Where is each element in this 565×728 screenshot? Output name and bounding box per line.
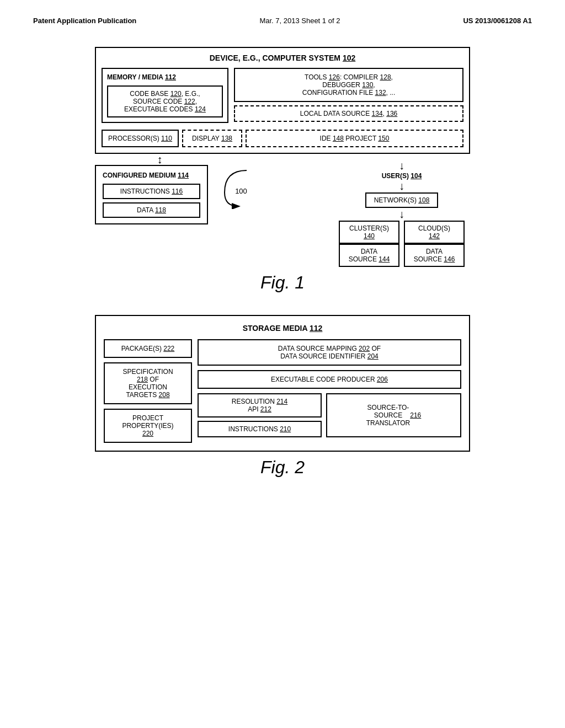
fig1-below-area: ↕ CONFIGURED MEDIUM 114 INSTRUCTIONS 116… <box>95 154 470 267</box>
fig1-mid-arrows: 100 ↓ USER(S) 104 ↓ <box>214 154 470 267</box>
fig1-left-section: ↕ CONFIGURED MEDIUM 114 INSTRUCTIONS 116… <box>95 154 208 267</box>
device-box: DEVICE, E.G., COMPUTER SYSTEM 102 MEMORY… <box>95 47 470 154</box>
users-network-area: ↓ USER(S) 104 ↓ NETWORK(S) 108 ↓ <box>311 159 465 267</box>
configured-medium-box: CONFIGURED MEDIUM 114 INSTRUCTIONS 116 D… <box>95 165 208 224</box>
fig2-inner-left: RESOLUTION 214 API 212 INSTRUCTIONS 210 <box>198 393 322 437</box>
fig1-top-row: MEMORY / MEDIA 112 CODE BASE 120, E.G., … <box>102 68 463 123</box>
data-118-box: DATA 118 <box>103 202 200 218</box>
project-property-box: PROJECTPROPERTY(IES) 220 <box>104 409 192 443</box>
fig2-wrapper: STORAGE MEDIA 112 PACKAGE(S) 222 SPECIFI… <box>33 315 532 478</box>
device-ref: 102 <box>343 53 355 62</box>
processor-box: PROCESSOR(S) 110 <box>102 130 179 147</box>
users-col: ↓ USER(S) 104 ↓ NETWORK(S) 108 ↓ <box>339 159 465 267</box>
ds-mapping-box: DATA SOURCE MAPPING 202 OF DATA SOURCE I… <box>198 339 461 366</box>
ds144-box: DATASOURCE 144 <box>339 244 399 267</box>
memory-media-box: MEMORY / MEDIA 112 CODE BASE 120, E.G., … <box>102 68 228 123</box>
cluster-box: CLUSTER(S)140 <box>339 221 399 244</box>
configured-title: CONFIGURED MEDIUM 114 <box>103 172 200 179</box>
ref100-area: 100 <box>214 165 258 267</box>
storage-title: STORAGE MEDIA 112 <box>104 324 461 333</box>
exec-code-producer-box: EXECUTABLE CODE PRODUCER 206 <box>198 370 461 389</box>
fig2-label: Fig. 2 <box>260 457 305 478</box>
datasource-row: DATASOURCE 144 DATASOURCE 146 <box>339 244 465 267</box>
diagram-container: DEVICE, E.G., COMPUTER SYSTEM 102 MEMORY… <box>33 36 532 489</box>
resolution-api-box: RESOLUTION 214 API 212 <box>198 393 322 417</box>
specification-box: SPECIFICATION 218 OF EXECUTION TARGETS 2… <box>104 362 192 404</box>
memory-label: MEMORY / MEDIA 112 <box>107 73 223 81</box>
cloud-box: CLOUD(S)142 <box>404 221 465 244</box>
ds146-box: DATASOURCE 146 <box>404 244 465 267</box>
header-publication: Patent Application Publication <box>33 17 136 25</box>
local-data-box: LOCAL DATA SOURCE 134, 136 <box>234 105 463 122</box>
fig1-right-nodes: ↓ USER(S) 104 ↓ NETWORK(S) 108 ↓ <box>311 159 465 267</box>
fig2-right-col: DATA SOURCE MAPPING 202 OF DATA SOURCE I… <box>198 339 461 443</box>
fig2-left-col: PACKAGE(S) 222 SPECIFICATION 218 OF EXEC… <box>104 339 192 443</box>
arrow-up-processor: ↕ <box>95 154 208 165</box>
tools-area: TOOLS 126: COMPILER 128, DEBUGGER 130, C… <box>234 68 463 123</box>
arrow-down-clusters: ↓ <box>399 208 404 221</box>
fig1-bottom-row: PROCESSOR(S) 110 DISPLAY 138 IDE 148 PRO… <box>102 130 463 147</box>
display-box: DISPLAY 138 <box>182 130 242 147</box>
network-box: NETWORK(S) 108 <box>365 192 439 208</box>
arrow-down-users: ↓ <box>399 159 404 172</box>
header-date-sheet: Mar. 7, 2013 Sheet 1 of 2 <box>259 17 340 25</box>
arrow-down-network: ↓ <box>399 180 404 192</box>
packages-box: PACKAGE(S) 222 <box>104 339 192 358</box>
fig2-content: PACKAGE(S) 222 SPECIFICATION 218 OF EXEC… <box>104 339 461 443</box>
header-patent-number: US 2013/0061208 A1 <box>463 17 532 25</box>
instructions-210-box: INSTRUCTIONS 210 <box>198 421 322 437</box>
storage-ref: 112 <box>310 324 322 333</box>
fig1-wrapper: DEVICE, E.G., COMPUTER SYSTEM 102 MEMORY… <box>33 47 532 293</box>
fig1-right-section: 100 ↓ USER(S) 104 ↓ <box>208 154 470 267</box>
source-translator-box: SOURCE-TO-SOURCETRANSLATOR 216 <box>326 393 461 437</box>
ide-box: IDE 148 PROJECT 150 <box>246 130 463 147</box>
fig2-inner-row: RESOLUTION 214 API 212 INSTRUCTIONS 210 … <box>198 393 461 437</box>
codebase-box: CODE BASE 120, E.G., SOURCE CODE 122, EX… <box>107 85 223 117</box>
fig1-label: Fig. 1 <box>260 272 305 293</box>
storage-media-box: STORAGE MEDIA 112 PACKAGE(S) 222 SPECIFI… <box>95 315 470 452</box>
cluster-cloud-row: CLUSTER(S)140 CLOUD(S)142 <box>339 221 465 244</box>
ref-100: 100 <box>235 187 247 195</box>
instructions-116-box: INSTRUCTIONS 116 <box>103 184 200 199</box>
page-header: Patent Application Publication Mar. 7, 2… <box>33 11 532 36</box>
users-label: USER(S) 104 <box>382 172 422 180</box>
tools-box: TOOLS 126: COMPILER 128, DEBUGGER 130, C… <box>234 68 463 102</box>
device-title: DEVICE, E.G., COMPUTER SYSTEM 102 <box>102 53 463 62</box>
